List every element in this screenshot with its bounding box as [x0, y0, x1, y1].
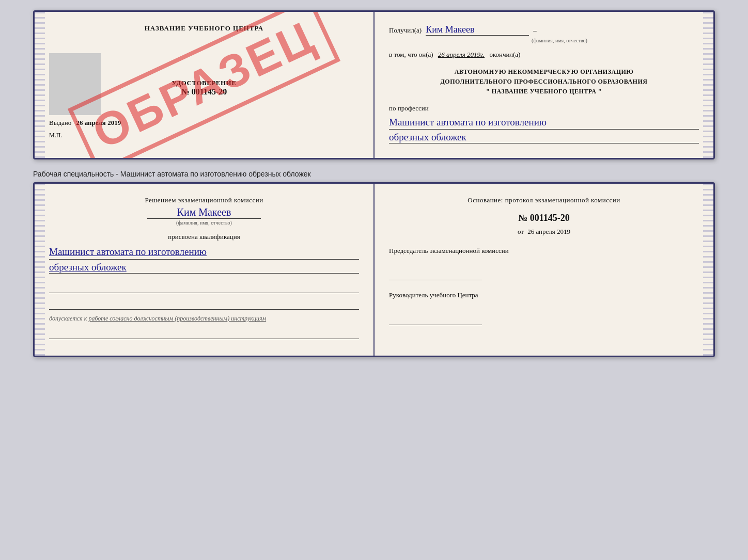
protocol-date-prefix: от — [518, 228, 524, 235]
date-line: в том, что он(а) 26 апреля 2019г. окончи… — [389, 51, 699, 59]
org-block: АВТОНОМНУЮ НЕКОММЕРЧЕСКУЮ ОРГАНИЗАЦИЮ ДО… — [389, 67, 699, 97]
director-label: Руководитель учебного Центра — [389, 291, 699, 300]
protocol-date: от 26 апреля 2019 — [389, 228, 699, 236]
recipient-name: Ким Макеев — [426, 24, 529, 36]
person-hint: (фамилия, имя, отчество) — [49, 220, 359, 226]
qualification-line2: обрезных обложек — [49, 262, 359, 274]
org-line1: АВТОНОМНУЮ НЕКОММЕРЧЕСКУЮ ОРГАНИЗАЦИЮ — [389, 67, 699, 77]
director-signature-line — [389, 313, 482, 325]
date-prefix: в том, что он(а) — [389, 51, 433, 58]
top-document: НАЗВАНИЕ УЧЕБНОГО ЦЕНТРА УДОСТОВЕРЕНИЕ №… — [33, 10, 715, 159]
qualification-line1: Машинист автомата по изготовлению — [49, 245, 359, 260]
stamp-label: М.П. — [49, 132, 62, 139]
org-line2: ДОПОЛНИТЕЛЬНОГО ПРОФЕССИОНАЛЬНОГО ОБРАЗО… — [389, 77, 699, 87]
protocol-date-value: 26 апреля 2019 — [527, 228, 570, 235]
chairman-block: Председатель экзаменационной комиссии — [389, 246, 699, 280]
bottom-document: Решением экзаменационной комиссии Ким Ма… — [33, 182, 715, 357]
chairman-signature-line — [389, 268, 482, 280]
date-suffix: окончил(а) — [489, 51, 520, 58]
basis-label: Основание: протокол экзаменационной коми… — [389, 196, 699, 204]
recipient-line: Получил(а) Ким Макеев – — [389, 24, 699, 36]
bottom-doc-left: Решением экзаменационной комиссии Ким Ма… — [35, 184, 375, 356]
photo-placeholder — [49, 53, 101, 115]
issued-date-value: 26 апреля 2019 — [76, 119, 121, 126]
decision-text: Решением экзаменационной комиссии — [49, 196, 359, 204]
date-value: 26 апреля 2019г. — [438, 51, 485, 58]
blank-line-1 — [49, 281, 359, 293]
training-center-title: НАЗВАНИЕ УЧЕБНОГО ЦЕНТРА — [49, 24, 359, 33]
top-doc-left: НАЗВАНИЕ УЧЕБНОГО ЦЕНТРА УДОСТОВЕРЕНИЕ №… — [35, 12, 375, 158]
recipient-prefix: Получил(а) — [389, 26, 422, 35]
chairman-label: Председатель экзаменационной комиссии — [389, 246, 699, 255]
issued-date-block: Выдано 26 апреля 2019 — [49, 119, 359, 127]
profession-line2: обрезных обложек — [389, 132, 699, 143]
protocol-number: № 001145-20 — [389, 213, 699, 223]
name-hint: (фамилия, имя, отчество) — [420, 38, 699, 43]
separator-text: Рабочая специальность - Машинист автомат… — [33, 166, 715, 182]
allowed-prefix: допускается к — [49, 315, 87, 322]
allowed-text: допускается к работе согласно должностны… — [49, 315, 359, 323]
blank-line-2 — [49, 297, 359, 310]
top-doc-right: Получил(а) Ким Макеев – (фамилия, имя, о… — [375, 12, 713, 158]
qualification-label: присвоена квалификация — [49, 233, 359, 241]
bottom-doc-right: Основание: протокол экзаменационной коми… — [375, 184, 713, 356]
director-block: Руководитель учебного Центра — [389, 291, 699, 325]
allowed-italic: работе согласно должностным (производств… — [88, 315, 266, 322]
org-line3: " НАЗВАНИЕ УЧЕБНОГО ЦЕНТРА " — [389, 87, 699, 97]
profession-label: по профессии — [389, 104, 699, 113]
issued-label: Выдано — [49, 119, 71, 126]
person-name-cursive: Ким Макеев — [147, 206, 261, 219]
dash: – — [533, 26, 537, 35]
profession-line1: Машинист автомата по изготовлению — [389, 116, 699, 130]
blank-line-3 — [49, 327, 359, 339]
